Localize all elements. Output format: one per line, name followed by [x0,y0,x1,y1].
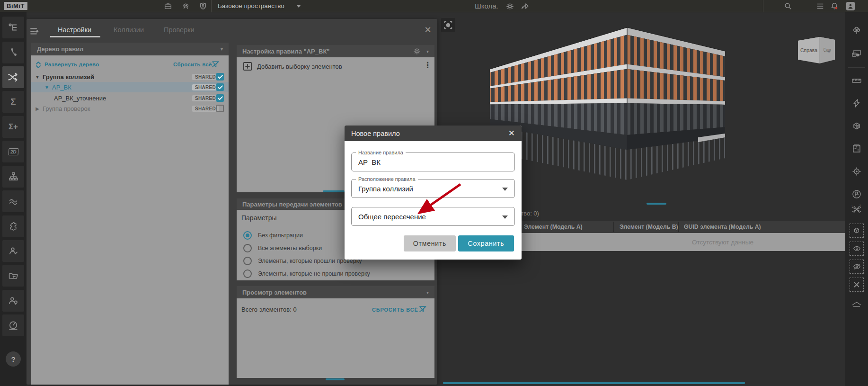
kebab-menu-icon[interactable]: ⋮ [424,60,432,70]
radio-option-no-filter[interactable]: Без фильтрации [243,231,303,240]
reset-filter-icon[interactable] [419,305,427,313]
folder-import-icon[interactable] [2,265,24,287]
user-avatar[interactable] [846,2,855,10]
section-box-icon[interactable] [851,120,862,132]
project-settings-gear-icon[interactable] [505,1,515,11]
collapse-caret-icon[interactable]: ▾ [426,290,429,295]
modal-close-icon[interactable]: ✕ [508,128,515,138]
collisions-tool-icon[interactable] [2,66,24,88]
radio-icon[interactable] [243,244,252,252]
panel-close-icon[interactable]: ✕ [423,25,433,35]
reset-all-uppercase-link[interactable]: СБРОСИТЬ ВСЁ [372,307,418,313]
share-icon[interactable] [520,1,530,11]
add-selection-plus-icon[interactable] [243,62,252,71]
rule-settings-header[interactable]: Настройка правила "АР_ВК" ▾ [237,45,434,57]
radio-option-failed[interactable]: Элементы, которые не прошли проверку [243,269,370,278]
sigma-icon[interactable]: Σ [2,91,24,113]
shared-checkbox-checked[interactable] [216,83,224,91]
radio-option-all-elements[interactable]: Все элементы выборки [243,244,322,252]
svg-text:1: 1 [851,205,853,208]
cancel-button[interactable]: Отменить [404,235,456,251]
tree-row-collision-group[interactable]: ▼ Группа коллизий SHARED [31,72,229,82]
radio-icon[interactable] [243,257,252,265]
collapse-caret-icon[interactable]: ▾ [221,46,223,52]
expand-tree-icon[interactable] [35,61,43,69]
h-scrollbar-thumb-settings[interactable] [323,190,345,192]
user-location-icon[interactable] [2,290,24,312]
rule-type-select[interactable]: Общее пересечение [351,207,515,226]
twisty-down-icon[interactable]: ▼ [44,85,50,90]
shared-checkbox-checked[interactable] [216,94,224,102]
elements-preview-header[interactable]: Просмотр элементов ▾ [237,286,434,298]
rule-tree-header[interactable]: Дерево правил ▾ [31,43,229,55]
collapse-caret-icon[interactable]: ▾ [426,49,429,54]
expand-tree-link[interactable]: Развернуть дерево [44,62,99,67]
floorplan-icon[interactable] [851,143,862,154]
user-check-icon[interactable] [2,240,24,262]
isolate-box-icon[interactable] [850,224,864,238]
select-node-icon[interactable] [2,42,24,63]
save-button[interactable]: Сохранить [458,235,514,251]
trends-icon[interactable] [2,190,24,212]
tree-row-checks-group[interactable]: ▶ Группа проверок SHARED [31,103,229,114]
tree-row-ar-vk[interactable]: ▼ АР_ВК SHARED [31,82,229,92]
twisty-right-icon[interactable]: ▶ [34,106,41,111]
structure-chart-icon[interactable] [2,166,24,188]
hide-elements-eye-slash-icon[interactable] [850,260,864,274]
h-scrollbar-thumb-viewport[interactable] [443,382,745,384]
list-icon[interactable] [815,1,825,11]
view-cube[interactable]: Справа Сзади [795,30,837,66]
model-tree-icon[interactable] [2,17,24,38]
gauge-icon[interactable] [2,314,24,336]
workspace-selector[interactable]: Базовое пространство [218,2,284,9]
tab-collisions[interactable]: Коллизии [111,26,147,34]
twisty-down-icon[interactable]: ▼ [34,74,41,80]
column-header-element-b[interactable]: Элемент (Модель B) [620,221,678,233]
workspace-caret-icon[interactable] [296,5,301,8]
locate-target-icon[interactable] [851,166,862,177]
column-header-guid-a[interactable]: GUID элемента (Модель А) [684,221,761,233]
team-icon[interactable] [180,1,191,11]
help-button[interactable]: ? [6,351,21,367]
select-caret-icon[interactable] [502,215,508,219]
2d-view-icon[interactable]: 2D [2,141,24,162]
column-header-element-a[interactable]: Элемент (Модель А) [524,221,583,233]
clear-selection-icon[interactable] [850,278,864,292]
rule-name-input[interactable] [351,153,515,171]
tab-checks[interactable]: Проверки [161,26,197,34]
h-scrollbar-thumb-table[interactable] [647,203,666,205]
empty-data-text: Отсутствуют данные [692,239,753,246]
total-elements-label: Всего элементов: 0 [241,306,297,313]
add-selection-label[interactable]: Добавить выборку элементов [257,63,342,70]
selection-sets-icon[interactable] [851,48,862,60]
reset-all-link[interactable]: Сбросить всё [173,62,212,67]
plugins-puzzle-icon[interactable] [2,215,24,237]
svg-text:2: 2 [859,204,861,207]
shared-checkbox-unchecked[interactable] [216,105,224,112]
tab-settings[interactable]: Настройки [55,26,94,34]
select-caret-icon[interactable] [502,188,508,191]
radio-option-passed[interactable]: Элементы, которые прошли проверку [243,257,362,265]
panel-menu-icon[interactable] [29,27,41,36]
clash-flash-icon[interactable] [851,98,862,109]
ruler-icon[interactable] [851,75,862,86]
briefcase-icon[interactable] [163,1,173,11]
notifications-bell-icon[interactable] [829,1,840,11]
shield-user-icon[interactable] [198,1,208,11]
radio-selected-icon[interactable] [243,231,252,240]
roof-mode-icon[interactable] [851,298,862,310]
flag-marker-icon[interactable] [851,189,862,200]
sigma-plus-icon[interactable]: Σ+ [2,116,24,138]
vegetation-tree-icon[interactable] [851,25,862,36]
shared-checkbox-checked[interactable] [216,73,224,81]
reset-filter-icon[interactable] [212,61,220,68]
show-elements-eye-icon[interactable] [850,242,864,256]
rule-settings-gear-icon[interactable] [413,47,421,55]
xray-mode-icon[interactable]: 12 [851,204,862,215]
rule-location-select[interactable]: Группа коллизий [351,179,515,198]
viewport-select-mode-icon[interactable] [441,18,455,32]
h-scrollbar-thumb-preview[interactable] [326,378,345,380]
search-icon[interactable] [783,1,793,11]
radio-icon[interactable] [243,269,252,278]
tree-row-ar-vk-refine[interactable]: АР_ВК_уточнение SHARED [31,93,229,103]
